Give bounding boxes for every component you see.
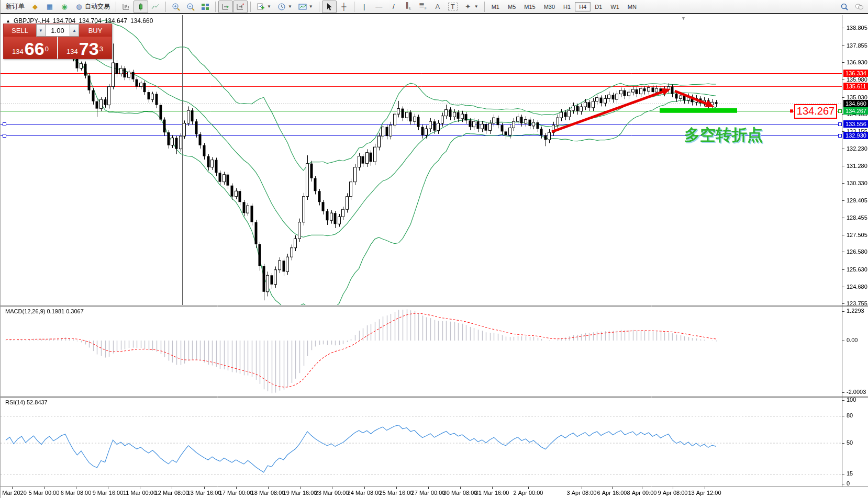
text-label-icon: T: [448, 3, 458, 10]
channel-button[interactable]: ∥E: [401, 1, 416, 13]
crosshair-button[interactable]: ┼: [337, 1, 351, 13]
tf-d1-button[interactable]: D1: [591, 2, 606, 12]
sell-price-button[interactable]: 134 66 0: [4, 37, 58, 59]
new-order-label: 新订单: [6, 2, 25, 11]
indicators-dropdown-arrow[interactable]: ▼: [267, 4, 271, 9]
macd-values: 0.1981 0.3067: [47, 308, 83, 314]
templates-dropdown-arrow[interactable]: ▼: [309, 4, 313, 9]
horizontal-line-icon: —: [375, 3, 383, 11]
price-badge-133.556: 133.556: [843, 120, 868, 128]
arrows-dropdown-arrow[interactable]: ▼: [474, 4, 478, 9]
cursor-button[interactable]: [322, 1, 337, 13]
bar-chart-button[interactable]: [119, 1, 133, 13]
tf-m30-button[interactable]: M30: [540, 2, 559, 12]
autotrading-button[interactable]: ◍自动交易: [72, 1, 113, 13]
volume-input[interactable]: [46, 24, 70, 37]
chat-button[interactable]: [852, 1, 866, 13]
macd-label: MACD(12,26,9) 0.1981 0.3067: [5, 308, 84, 314]
chart-canvas[interactable]: [1, 0, 868, 498]
text-icon: A: [433, 3, 442, 11]
toolbar-separator: [215, 2, 216, 12]
tf-mn-button[interactable]: MN: [624, 2, 641, 12]
zoom-out-icon: [186, 3, 195, 11]
chart-shift-icon: [236, 3, 244, 11]
rsi-value: 52.8437: [27, 399, 48, 405]
price-callout-label[interactable]: 134.267: [794, 104, 837, 119]
toolbar-separator: [319, 2, 319, 12]
fibonacci-icon: ≣F: [419, 1, 427, 13]
text-button[interactable]: A: [430, 1, 445, 13]
templates-button[interactable]: ▼: [295, 1, 316, 13]
buy-button[interactable]: BUY: [79, 24, 112, 37]
trendline-button[interactable]: /: [386, 1, 401, 13]
expand-icon[interactable]: ▲: [6, 18, 10, 24]
search-icon: [840, 3, 849, 11]
channel-icon: ∥E: [404, 1, 413, 13]
bar-chart-icon: [122, 3, 130, 11]
trendline-icon: /: [390, 3, 398, 11]
vertical-line-button[interactable]: |: [357, 1, 372, 13]
arrows-icon: ✦: [464, 3, 472, 11]
volume-decrease-button[interactable]: ▼: [36, 24, 46, 37]
new-chart-icon: ◆: [31, 3, 39, 11]
candlestick-icon: [137, 3, 145, 11]
clock-icon: [277, 3, 286, 11]
tf-m5-button[interactable]: M5: [504, 2, 520, 12]
sell-price-sup: 0: [45, 41, 49, 57]
profiles-button[interactable]: ▦: [42, 1, 57, 13]
tile-windows-icon: [201, 3, 209, 11]
indicators-button[interactable]: ▼: [253, 1, 274, 13]
candlestick-chart-button[interactable]: [133, 1, 148, 13]
arrows-button[interactable]: ✦▼: [461, 1, 482, 13]
buy-price-big: 73: [79, 40, 99, 57]
cursor-icon: [325, 3, 333, 11]
chevron-down-icon[interactable]: ▼: [681, 16, 686, 21]
line-chart-icon: [151, 3, 160, 11]
zoom-out-button[interactable]: [183, 1, 198, 13]
tf-w1-button[interactable]: W1: [606, 2, 624, 12]
new-order-button[interactable]: 新订单: [3, 1, 28, 13]
sell-button[interactable]: SELL: [4, 24, 36, 37]
price-badge-136.334: 136.334: [843, 70, 868, 77]
tf-m15-button[interactable]: M15: [520, 2, 539, 12]
chart-shift-button[interactable]: [233, 1, 248, 13]
tf-m1-button[interactable]: M1: [487, 2, 504, 12]
line-chart-button[interactable]: [148, 1, 163, 13]
tf-h1-button[interactable]: H1: [559, 2, 575, 12]
toolbar-separator: [250, 2, 251, 12]
autotrading-label: 自动交易: [85, 2, 110, 11]
auto-scroll-icon: [221, 3, 230, 11]
buy-price-button[interactable]: 134 73 3: [58, 37, 112, 59]
chat-icon: [855, 3, 863, 11]
sounds-button[interactable]: ◉: [57, 1, 72, 13]
tile-windows-button[interactable]: [198, 1, 213, 13]
buy-price-sup: 3: [99, 41, 103, 57]
tf-h4-button[interactable]: H4: [575, 2, 591, 12]
toolbar-separator: [484, 2, 485, 12]
price-badge-135.611: 135.611: [843, 83, 868, 90]
search-button[interactable]: [837, 1, 852, 13]
crosshair-icon: ┼: [340, 3, 348, 11]
main-toolbar: 新订单 ◆ ▦ ◉ ◍自动交易 ▼ ▼ ▼ ┼ | — / ∥E ≣F A T …: [1, 0, 868, 14]
toolbar-separator: [165, 2, 166, 12]
fibonacci-button[interactable]: ≣F: [416, 1, 430, 13]
price-badge-132.930: 132.930: [843, 132, 868, 139]
auto-scroll-button[interactable]: [218, 1, 233, 13]
buy-price-small: 134: [66, 47, 78, 57]
horizontal-line-button[interactable]: —: [372, 1, 386, 13]
indicators-icon: [257, 3, 265, 11]
templates-icon: [298, 3, 307, 11]
ohlc-close: 134.660: [130, 17, 153, 25]
periods-dropdown-arrow[interactable]: ▼: [288, 4, 292, 9]
globe-icon: ◍: [75, 3, 83, 11]
new-chart-button[interactable]: ◆: [28, 1, 42, 13]
toolbar-separator: [354, 2, 354, 12]
toolbar-separator: [116, 2, 116, 12]
text-label-button[interactable]: T: [445, 1, 461, 13]
zoom-in-button[interactable]: [169, 1, 183, 13]
rsi-label: RSI(14) 52.8437: [5, 399, 48, 405]
periods-button[interactable]: ▼: [274, 1, 295, 13]
vertical-line-icon: |: [360, 3, 369, 11]
volume-increase-button[interactable]: ▲: [70, 24, 79, 37]
annotation-text[interactable]: 多空转折点: [684, 124, 763, 146]
